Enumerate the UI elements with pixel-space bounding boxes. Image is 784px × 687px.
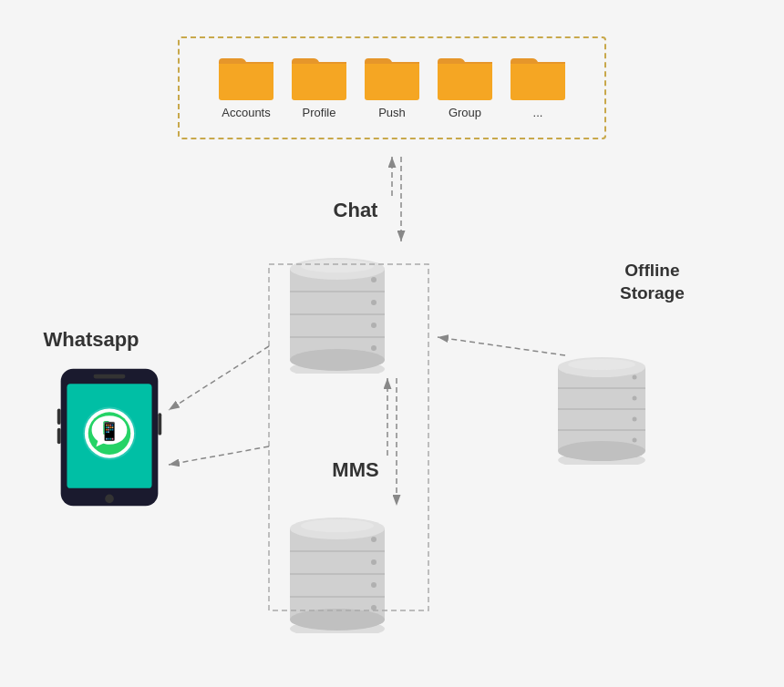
svg-rect-5: [365, 62, 419, 64]
folder-group: Group: [438, 53, 492, 119]
svg-point-49: [105, 495, 114, 504]
svg-point-27: [371, 537, 377, 542]
svg-rect-48: [94, 374, 126, 379]
arrow-chat-to-phone-upper: [169, 346, 269, 410]
offline-database: [552, 346, 652, 468]
svg-rect-4: [365, 62, 419, 100]
folders-box: Accounts Profile Push: [178, 36, 606, 139]
svg-rect-9: [511, 62, 565, 64]
svg-point-41: [633, 417, 637, 422]
svg-point-17: [371, 323, 377, 328]
svg-point-30: [371, 605, 377, 610]
svg-point-29: [371, 582, 377, 588]
svg-rect-2: [292, 62, 346, 100]
folder-profile-label: Profile: [303, 106, 336, 119]
svg-rect-50: [57, 408, 61, 424]
arrow-offline-to-chat: [438, 337, 565, 355]
svg-point-40: [633, 396, 637, 401]
folder-push-icon: [365, 53, 419, 100]
folder-push: Push: [365, 53, 419, 119]
folder-group-icon: [438, 53, 492, 100]
whatsapp-phone: 📱: [55, 364, 164, 514]
svg-point-18: [371, 345, 377, 351]
folder-accounts-icon: [219, 53, 273, 100]
svg-point-45: [558, 441, 645, 461]
svg-rect-51: [57, 428, 61, 444]
folder-profile-icon: [292, 53, 346, 100]
svg-point-42: [633, 438, 637, 443]
folder-more-icon: [511, 53, 565, 100]
svg-text:📱: 📱: [98, 421, 121, 442]
chat-database: [283, 246, 392, 377]
svg-point-33: [290, 609, 385, 631]
diagram-container: Accounts Profile Push: [0, 0, 784, 687]
folder-accounts-label: Accounts: [222, 106, 270, 119]
svg-point-32: [301, 519, 374, 532]
svg-rect-7: [438, 62, 492, 64]
svg-rect-1: [219, 62, 273, 64]
mms-label: MMS: [332, 458, 378, 482]
svg-rect-3: [292, 62, 346, 64]
svg-point-44: [568, 359, 635, 370]
svg-point-20: [301, 260, 374, 272]
svg-rect-8: [511, 62, 565, 100]
svg-point-16: [371, 300, 377, 305]
chat-label: Chat: [334, 199, 378, 222]
folder-more: ...: [511, 53, 565, 119]
folder-push-label: Push: [378, 106, 406, 119]
svg-point-28: [371, 559, 377, 565]
folder-group-label: Group: [449, 106, 481, 119]
offline-storage-label: Offline Storage: [620, 260, 685, 304]
folder-accounts: Accounts: [219, 53, 273, 119]
whatsapp-label: Whatsapp: [43, 328, 139, 352]
svg-point-39: [633, 375, 637, 380]
svg-rect-0: [219, 62, 273, 100]
svg-point-21: [290, 349, 385, 371]
arrow-mms-to-phone-lower: [169, 446, 269, 465]
folder-more-label: ...: [533, 106, 543, 119]
folder-profile: Profile: [292, 53, 346, 119]
svg-point-15: [371, 277, 377, 282]
svg-rect-52: [158, 413, 161, 435]
mms-database: [283, 506, 392, 637]
svg-rect-6: [438, 62, 492, 100]
